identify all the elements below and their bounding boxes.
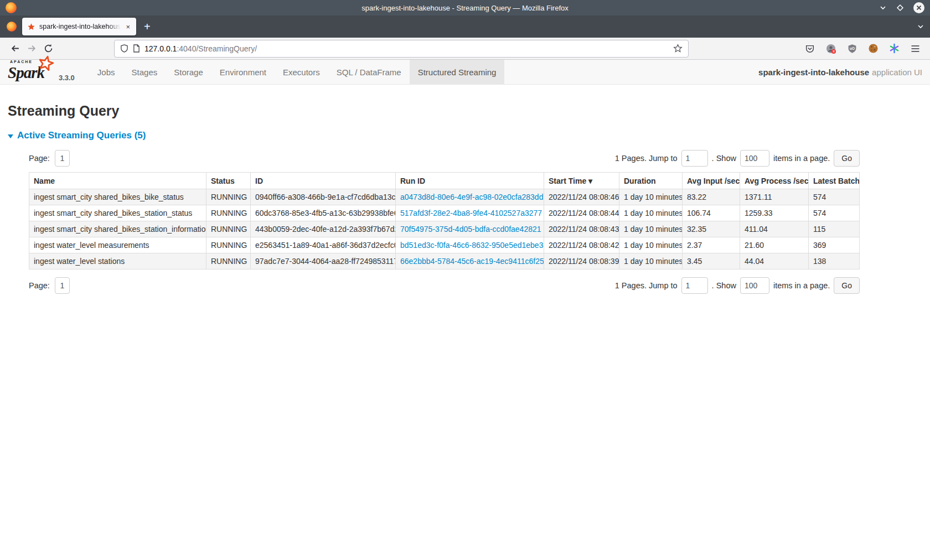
cell-latest-batch: 369	[809, 237, 860, 253]
cell-latest-batch: 574	[809, 205, 860, 221]
cell-avg-process: 1371.11	[740, 189, 809, 205]
jump-to-input[interactable]	[681, 150, 708, 167]
items-per-page-input[interactable]	[740, 150, 769, 167]
app-suffix: application UI	[872, 68, 922, 77]
table-row: ingest water_level stationsRUNNING97adc7…	[29, 253, 860, 269]
shield-icon[interactable]	[120, 44, 128, 53]
tab-close-icon[interactable]: ×	[125, 23, 131, 31]
pagination-top: Page: 1 Pages. Jump to . Show items in a…	[29, 150, 860, 167]
cell-run-id: bd51ed3c-f0fa-46c6-8632-950e5ed1ebe3	[396, 237, 544, 253]
cell-name: ingest smart_city shared_bikes_station_i…	[29, 221, 206, 237]
jump-to-input[interactable]	[681, 277, 708, 294]
cookie-icon[interactable]	[865, 40, 881, 57]
cell-status: RUNNING	[206, 189, 251, 205]
page-label: Page:	[29, 281, 50, 290]
tab-title: spark-ingest-into-lakehous	[39, 23, 121, 30]
column-header-run-id[interactable]: Run ID	[396, 173, 544, 189]
menu-hamburger-icon[interactable]	[907, 40, 923, 57]
page-number-input[interactable]	[55, 277, 70, 294]
window-titlebar: spark-ingest-into-lakehouse - Streaming …	[0, 0, 930, 15]
cell-duration: 1 day 10 minutes	[619, 253, 683, 269]
spark-nav-jobs[interactable]: Jobs	[89, 60, 123, 84]
account-containers-icon[interactable]	[823, 40, 839, 57]
items-per-page-input[interactable]	[740, 277, 769, 294]
minimize-button[interactable]	[879, 4, 887, 12]
cell-duration: 1 day 10 minutes	[619, 237, 683, 253]
cell-latest-batch: 574	[809, 189, 860, 205]
go-button[interactable]: Go	[834, 150, 860, 167]
maximize-button[interactable]	[896, 3, 905, 12]
ublock-shield-icon[interactable]: uO	[844, 40, 860, 57]
page-title: Streaming Query	[8, 103, 922, 119]
cell-name: ingest smart_city shared_bikes_bike_stat…	[29, 189, 206, 205]
spark-nav-executors[interactable]: Executors	[275, 60, 328, 84]
cell-start-time: 2022/11/24 08:08:46	[544, 189, 619, 205]
firefox-view-button[interactable]	[7, 22, 17, 32]
column-header-duration[interactable]: Duration	[619, 173, 683, 189]
window-title: spark-ingest-into-lakehouse - Streaming …	[0, 4, 930, 12]
column-header-latest-batch[interactable]: Latest Batch	[809, 173, 860, 189]
cell-run-id: a0473d8d-80e6-4e9f-ac98-02e0cfa283dd	[396, 189, 544, 205]
spark-nav-structured-streaming[interactable]: Structured Streaming	[410, 60, 505, 84]
cell-start-time: 2022/11/24 08:08:43	[544, 221, 619, 237]
bookmark-star-icon[interactable]	[673, 44, 683, 53]
cell-avg-process: 44.04	[740, 253, 809, 269]
spark-nav-tabs: JobsStagesStorageEnvironmentExecutorsSQL…	[89, 60, 505, 84]
cell-avg-input: 3.45	[683, 253, 740, 269]
run-id-link[interactable]: a0473d8d-80e6-4e9f-ac98-02e0cfa283dd	[400, 193, 543, 201]
url-bar[interactable]: 127.0.0.1:4040/StreamingQuery/	[114, 40, 689, 58]
column-header-avg-input-sec[interactable]: Avg Input /sec	[683, 173, 740, 189]
spark-version: 3.3.0	[59, 74, 75, 82]
page-info-icon[interactable]	[133, 44, 140, 53]
column-header-id[interactable]: ID	[251, 173, 396, 189]
column-header-start-time[interactable]: Start Time ▾	[544, 173, 619, 189]
run-id-link[interactable]: 517afd3f-28e2-4ba8-9fe4-4102527a3277	[400, 209, 542, 217]
run-id-link[interactable]: bd51ed3c-f0fa-46c6-8632-950e5ed1ebe3	[400, 241, 543, 250]
go-button[interactable]: Go	[834, 277, 860, 294]
table-row: ingest smart_city shared_bikes_bike_stat…	[29, 189, 860, 205]
page-number-input[interactable]	[55, 150, 70, 167]
cell-id: 60dc3768-85e3-4fb5-a13c-63b29938bfe6	[251, 205, 396, 221]
spark-nav-sql-dataframe[interactable]: SQL / DataFrame	[328, 60, 410, 84]
spark-nav-storage[interactable]: Storage	[166, 60, 211, 84]
cell-duration: 1 day 10 minutes	[619, 189, 683, 205]
cell-id: 443b0059-2dec-40fe-a12d-2a393f7b67d2	[251, 221, 396, 237]
firefox-logo-icon	[6, 2, 17, 13]
run-id-link[interactable]: 66e2bbb4-5784-45c6-ac19-4ec9411c6f25	[400, 257, 544, 266]
collapse-arrow-icon	[8, 134, 13, 138]
cell-name: ingest smart_city shared_bikes_station_s…	[29, 205, 206, 221]
column-header-avg-process-sec[interactable]: Avg Process /sec	[740, 173, 809, 189]
cell-run-id: 517afd3f-28e2-4ba8-9fe4-4102527a3277	[396, 205, 544, 221]
spark-nav-stages[interactable]: Stages	[123, 60, 166, 84]
cell-avg-input: 32.35	[683, 221, 740, 237]
list-tabs-chevron-icon[interactable]	[917, 23, 924, 30]
cell-status: RUNNING	[206, 253, 251, 269]
page-label: Page:	[29, 154, 50, 163]
active-queries-section-toggle[interactable]: Active Streaming Queries (5)	[8, 130, 146, 141]
cell-status: RUNNING	[206, 205, 251, 221]
app-name: spark-ingest-into-lakehouse	[758, 68, 869, 77]
spark-favicon-icon	[27, 23, 35, 31]
cell-status: RUNNING	[206, 237, 251, 253]
pocket-icon[interactable]	[802, 40, 818, 57]
spark-nav-environment[interactable]: Environment	[211, 60, 275, 84]
browser-tab-active[interactable]: spark-ingest-into-lakehous ×	[22, 18, 136, 35]
spark-logo[interactable]: APACHE Spark 3.3.0	[0, 60, 81, 84]
show-text: . Show	[712, 154, 736, 163]
asterisk-extension-icon[interactable]	[886, 40, 902, 57]
table-row: ingest water_level measurementsRUNNINGe2…	[29, 237, 860, 253]
cell-duration: 1 day 10 minutes	[619, 205, 683, 221]
column-header-status[interactable]: Status	[206, 173, 251, 189]
cell-id: 0940ff66-a308-466b-9e1a-cf7cd6dba13c	[251, 189, 396, 205]
items-text: items in a page.	[773, 281, 830, 290]
show-text: . Show	[712, 281, 736, 290]
new-tab-button[interactable]: +	[144, 21, 151, 32]
close-button[interactable]	[913, 2, 924, 13]
table-row: ingest smart_city shared_bikes_station_s…	[29, 205, 860, 221]
back-button[interactable]	[7, 40, 23, 57]
url-host: 127.0.0.1	[144, 44, 177, 53]
run-id-link[interactable]: 70f54975-375d-4d05-bdfa-ccd0fae42821	[400, 225, 541, 234]
url-text[interactable]: 127.0.0.1:4040/StreamingQuery/	[144, 44, 669, 53]
forward-button[interactable]	[23, 40, 40, 57]
column-header-name[interactable]: Name	[29, 173, 206, 189]
